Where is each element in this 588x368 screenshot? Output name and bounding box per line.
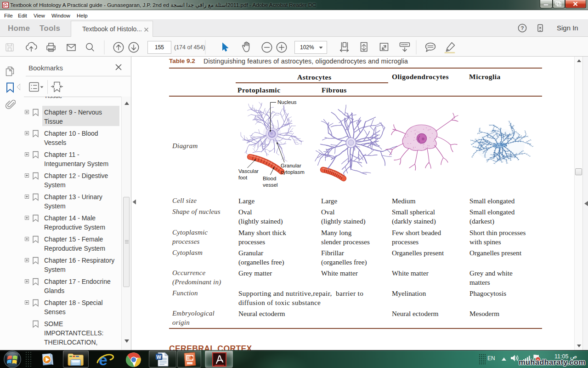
svg-text:W: W bbox=[156, 354, 161, 360]
svg-text:?: ? bbox=[520, 25, 524, 31]
svg-text:e: e bbox=[99, 352, 107, 367]
